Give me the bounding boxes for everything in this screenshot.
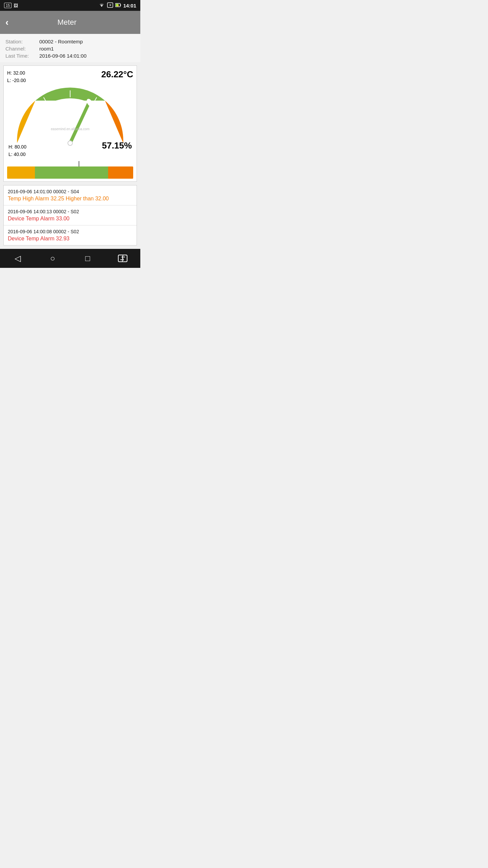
alarm-message-1: Device Temp Alarm 33.00 (8, 216, 133, 222)
channel-label: Channel: (5, 46, 39, 52)
alarm-message-0: Temp High Alarm 32.25 Higher than 32.00 (8, 196, 133, 202)
status-bar: 15 🖼 ✕ ⚡ 14:01 (0, 0, 140, 11)
alarm-message-2: Device Temp Alarm 32.93 (8, 236, 133, 242)
progress-bar (7, 166, 133, 179)
photo-icon: 🖼 (14, 3, 18, 8)
station-label: Station: (5, 39, 39, 44)
bar-yellow (7, 166, 35, 179)
wifi-icon (98, 3, 105, 8)
gauge-svg (7, 79, 133, 147)
gauge-high: H: 32.00 (7, 69, 26, 77)
status-right: ✕ ⚡ 14:01 (98, 2, 136, 9)
gauge-section: H: 32.00 L: -20.00 26.22°C easemind.en.a… (3, 65, 137, 182)
switch-icon (118, 255, 127, 262)
alarm-datetime-2: 2016-09-06 14:00:08 00002 - S02 (8, 229, 133, 234)
indicator-line (79, 161, 79, 166)
lasttime-label: Last Time: (5, 53, 39, 59)
alarm-datetime-0: 2016-09-06 14:01:00 00002 - S04 (8, 189, 133, 194)
watermark: easemind.en.alibaba.com (51, 127, 89, 131)
alarm-item-0: 2016-09-06 14:01:00 00002 - S04 Temp Hig… (4, 185, 137, 205)
bar-green (35, 166, 108, 179)
nav-switch-button[interactable] (114, 250, 131, 267)
nav-recent-button[interactable]: □ (79, 250, 96, 267)
gauge-low: L: -20.00 (7, 77, 26, 84)
station-row: Station: 00002 - Roomtemp (5, 39, 135, 44)
alarm-item-1: 2016-09-06 14:00:13 00002 - S02 Device T… (4, 205, 137, 225)
bar-orange (108, 166, 133, 179)
bottom-nav: ◁ ○ □ (0, 249, 140, 268)
sim-icon: ✕ (107, 2, 113, 9)
lasttime-value: 2016-09-06 14:01:00 (39, 53, 86, 59)
app-header: ‹ Meter (0, 11, 140, 34)
status-left: 15 🖼 (4, 3, 18, 8)
alarm-item-2: 2016-09-06 14:00:08 00002 - S02 Device T… (4, 225, 137, 245)
svg-text:✕: ✕ (109, 4, 111, 7)
alarm-datetime-1: 2016-09-06 14:00:13 00002 - S02 (8, 209, 133, 214)
time-display: 14:01 (123, 3, 136, 8)
header-title: Meter (13, 18, 121, 27)
humidity-high-low: H: 80.00 L: 40.00 (8, 143, 26, 158)
nav-home-button[interactable]: ○ (44, 250, 61, 267)
humidity-low: L: 40.00 (8, 151, 26, 158)
progress-indicator (79, 161, 79, 166)
notification-count: 15 (4, 3, 12, 8)
svg-text:⚡: ⚡ (117, 4, 120, 7)
humidity-high: H: 80.00 (8, 143, 26, 151)
temperature-value: 26.22°C (101, 69, 133, 80)
lasttime-row: Last Time: 2016-09-06 14:01:00 (5, 53, 135, 59)
gauge-container: H: 32.00 L: -20.00 26.22°C easemind.en.a… (7, 69, 133, 178)
channel-value: room1 (39, 46, 54, 52)
nav-back-button[interactable]: ◁ (9, 250, 26, 267)
svg-rect-3 (120, 4, 121, 6)
channel-row: Channel: room1 (5, 46, 135, 52)
station-value: 00002 - Roomtemp (39, 39, 83, 44)
gauge-high-low: H: 32.00 L: -20.00 (7, 69, 26, 84)
alarm-list: 2016-09-06 14:01:00 00002 - S04 Temp Hig… (3, 185, 137, 245)
battery-icon: ⚡ (115, 3, 121, 8)
back-button[interactable]: ‹ (5, 18, 8, 27)
progress-bar-wrapper (7, 161, 133, 178)
humidity-value: 57.15% (102, 140, 132, 151)
